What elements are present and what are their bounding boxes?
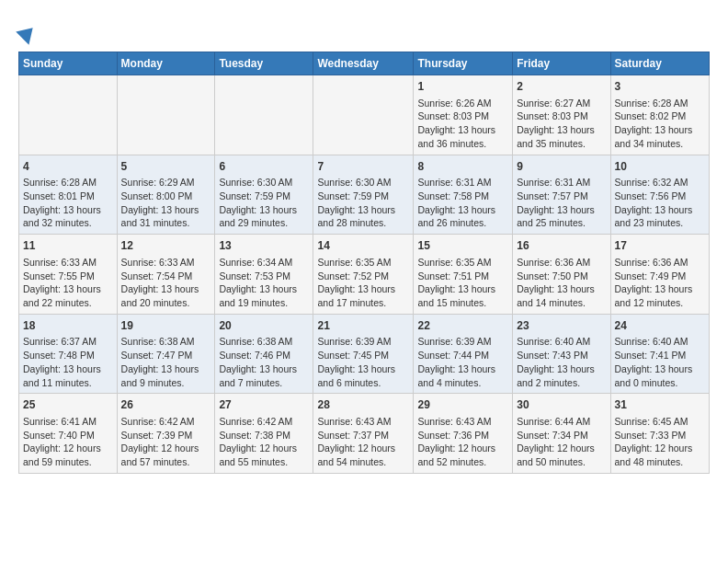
day-number: 26 [121,397,211,413]
calendar-cell: 20Sunrise: 6:38 AM Sunset: 7:46 PM Dayli… [215,314,313,394]
calendar-cell: 26Sunrise: 6:42 AM Sunset: 7:39 PM Dayli… [117,394,215,474]
calendar-cell [19,75,118,155]
cell-content: Sunrise: 6:32 AM Sunset: 7:56 PM Dayligh… [615,176,705,230]
calendar-cell [215,75,313,155]
day-number: 19 [121,318,211,334]
calendar-cell: 27Sunrise: 6:42 AM Sunset: 7:38 PM Dayli… [215,394,313,474]
cell-content: Sunrise: 6:38 AM Sunset: 7:47 PM Dayligh… [121,335,211,389]
day-number: 30 [517,397,606,413]
calendar-week-row: 4Sunrise: 6:28 AM Sunset: 8:01 PM Daylig… [19,155,710,235]
logo [18,18,74,44]
day-number: 5 [121,159,211,175]
day-number: 28 [317,397,409,413]
calendar-cell [117,75,215,155]
calendar-cell: 28Sunrise: 6:43 AM Sunset: 7:37 PM Dayli… [313,394,414,474]
day-number: 11 [23,238,113,254]
day-number: 12 [121,238,211,254]
day-number: 15 [417,238,508,254]
calendar-cell: 18Sunrise: 6:37 AM Sunset: 7:48 PM Dayli… [19,314,118,394]
calendar-cell: 16Sunrise: 6:36 AM Sunset: 7:50 PM Dayli… [513,235,610,315]
day-number: 22 [417,318,508,334]
calendar-cell: 3Sunrise: 6:28 AM Sunset: 8:02 PM Daylig… [610,75,709,155]
cell-content: Sunrise: 6:39 AM Sunset: 7:45 PM Dayligh… [317,335,409,389]
day-number: 8 [417,159,508,175]
cell-content: Sunrise: 6:45 AM Sunset: 7:33 PM Dayligh… [615,415,705,469]
cell-content: Sunrise: 6:40 AM Sunset: 7:41 PM Dayligh… [615,335,705,389]
day-number: 31 [615,397,705,413]
day-number: 4 [23,159,113,175]
calendar-cell: 25Sunrise: 6:41 AM Sunset: 7:40 PM Dayli… [19,394,118,474]
calendar-cell: 12Sunrise: 6:33 AM Sunset: 7:54 PM Dayli… [117,235,215,315]
calendar-cell: 10Sunrise: 6:32 AM Sunset: 7:56 PM Dayli… [610,155,709,235]
calendar-cell: 19Sunrise: 6:38 AM Sunset: 7:47 PM Dayli… [117,314,215,394]
calendar-cell: 4Sunrise: 6:28 AM Sunset: 8:01 PM Daylig… [19,155,118,235]
calendar-cell: 6Sunrise: 6:30 AM Sunset: 7:59 PM Daylig… [215,155,313,235]
calendar-cell: 21Sunrise: 6:39 AM Sunset: 7:45 PM Dayli… [313,314,414,394]
day-number: 29 [417,397,508,413]
calendar-cell: 23Sunrise: 6:40 AM Sunset: 7:43 PM Dayli… [513,314,610,394]
cell-content: Sunrise: 6:42 AM Sunset: 7:38 PM Dayligh… [219,415,309,469]
calendar-cell: 30Sunrise: 6:44 AM Sunset: 7:34 PM Dayli… [513,394,610,474]
day-number: 27 [219,397,309,413]
day-number: 14 [317,238,409,254]
day-number: 1 [417,79,508,95]
day-number: 10 [615,159,705,175]
calendar-cell: 11Sunrise: 6:33 AM Sunset: 7:55 PM Dayli… [19,235,118,315]
calendar-cell: 17Sunrise: 6:36 AM Sunset: 7:49 PM Dayli… [610,235,709,315]
day-number: 25 [23,397,113,413]
cell-content: Sunrise: 6:28 AM Sunset: 8:02 PM Dayligh… [615,97,705,151]
calendar-cell: 1Sunrise: 6:26 AM Sunset: 8:03 PM Daylig… [414,75,513,155]
calendar-week-row: 1Sunrise: 6:26 AM Sunset: 8:03 PM Daylig… [19,75,710,155]
day-of-week-header: Friday [513,52,610,75]
cell-content: Sunrise: 6:43 AM Sunset: 7:37 PM Dayligh… [317,415,409,469]
day-of-week-header: Tuesday [215,52,313,75]
cell-content: Sunrise: 6:29 AM Sunset: 8:00 PM Dayligh… [121,176,211,230]
day-of-week-header: Saturday [610,52,709,75]
day-number: 20 [219,318,309,334]
day-of-week-header: Monday [117,52,215,75]
cell-content: Sunrise: 6:44 AM Sunset: 7:34 PM Dayligh… [517,415,606,469]
day-of-week-header: Thursday [414,52,513,75]
cell-content: Sunrise: 6:31 AM Sunset: 7:58 PM Dayligh… [417,176,508,230]
day-number: 16 [517,238,606,254]
calendar-week-row: 18Sunrise: 6:37 AM Sunset: 7:48 PM Dayli… [19,314,710,394]
day-number: 17 [615,238,705,254]
day-of-week-header: Sunday [19,52,118,75]
cell-content: Sunrise: 6:33 AM Sunset: 7:55 PM Dayligh… [23,256,113,310]
day-number: 13 [219,238,309,254]
calendar-header-row: SundayMondayTuesdayWednesdayThursdayFrid… [19,52,710,75]
calendar-week-row: 25Sunrise: 6:41 AM Sunset: 7:40 PM Dayli… [19,394,710,474]
day-number: 23 [517,318,606,334]
cell-content: Sunrise: 6:38 AM Sunset: 7:46 PM Dayligh… [219,335,309,389]
day-number: 7 [317,159,409,175]
calendar-cell: 5Sunrise: 6:29 AM Sunset: 8:00 PM Daylig… [117,155,215,235]
day-number: 24 [615,318,705,334]
page-header [18,15,710,44]
day-number: 9 [517,159,606,175]
cell-content: Sunrise: 6:28 AM Sunset: 8:01 PM Dayligh… [23,176,113,230]
calendar-table: SundayMondayTuesdayWednesdayThursdayFrid… [18,52,710,474]
cell-content: Sunrise: 6:40 AM Sunset: 7:43 PM Dayligh… [517,335,606,389]
calendar-cell: 29Sunrise: 6:43 AM Sunset: 7:36 PM Dayli… [414,394,513,474]
day-number: 6 [219,159,309,175]
cell-content: Sunrise: 6:35 AM Sunset: 7:52 PM Dayligh… [317,256,409,310]
calendar-cell: 8Sunrise: 6:31 AM Sunset: 7:58 PM Daylig… [414,155,513,235]
calendar-cell: 31Sunrise: 6:45 AM Sunset: 7:33 PM Dayli… [610,394,709,474]
cell-content: Sunrise: 6:31 AM Sunset: 7:57 PM Dayligh… [517,176,606,230]
calendar-cell [313,75,414,155]
cell-content: Sunrise: 6:37 AM Sunset: 7:48 PM Dayligh… [23,335,113,389]
calendar-cell: 9Sunrise: 6:31 AM Sunset: 7:57 PM Daylig… [513,155,610,235]
cell-content: Sunrise: 6:43 AM Sunset: 7:36 PM Dayligh… [417,415,508,469]
cell-content: Sunrise: 6:33 AM Sunset: 7:54 PM Dayligh… [121,256,211,310]
cell-content: Sunrise: 6:35 AM Sunset: 7:51 PM Dayligh… [417,256,508,310]
calendar-cell: 15Sunrise: 6:35 AM Sunset: 7:51 PM Dayli… [414,235,513,315]
calendar-week-row: 11Sunrise: 6:33 AM Sunset: 7:55 PM Dayli… [19,235,710,315]
cell-content: Sunrise: 6:39 AM Sunset: 7:44 PM Dayligh… [417,335,508,389]
cell-content: Sunrise: 6:36 AM Sunset: 7:49 PM Dayligh… [615,256,705,310]
day-number: 21 [317,318,409,334]
cell-content: Sunrise: 6:42 AM Sunset: 7:39 PM Dayligh… [121,415,211,469]
cell-content: Sunrise: 6:27 AM Sunset: 8:03 PM Dayligh… [517,97,606,151]
day-number: 2 [517,79,606,95]
cell-content: Sunrise: 6:41 AM Sunset: 7:40 PM Dayligh… [23,415,113,469]
logo-icon [44,18,70,44]
